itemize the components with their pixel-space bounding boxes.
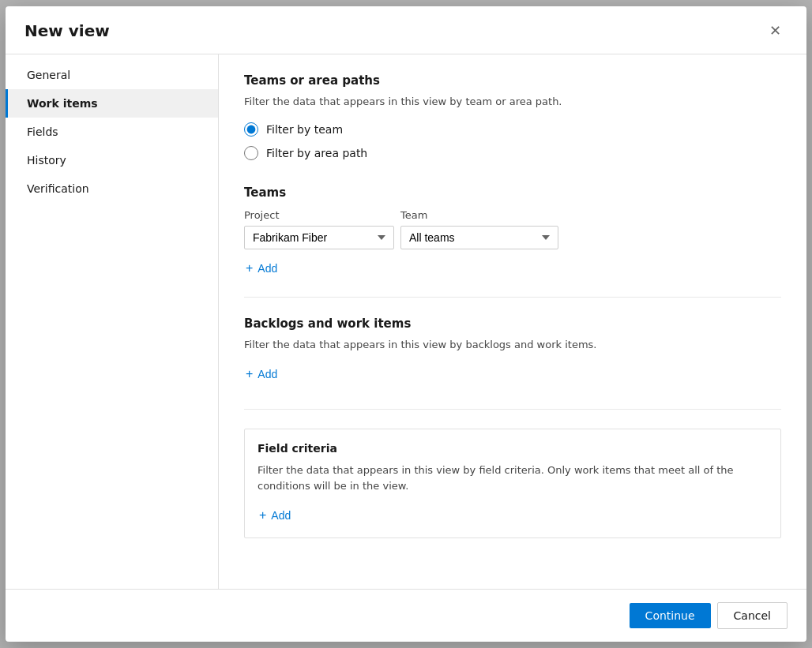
backlogs-add-button[interactable]: + Add [244,365,279,384]
field-criteria-add-button[interactable]: + Add [258,506,292,525]
teams-add-label: Add [258,262,277,275]
teams-area-section-desc: Filter the data that appears in this vie… [244,94,781,110]
teams-add-icon: + [246,262,253,275]
filter-by-team-label[interactable]: Filter by team [244,122,781,137]
project-col-label: Project [244,209,394,221]
teams-or-area-paths-section: Teams or area paths Filter the data that… [244,73,781,160]
close-button[interactable]: ✕ [763,19,788,43]
project-column: Project Fabrikam Fiber [244,209,394,249]
team-column: Team All teams [400,209,558,249]
teams-label: Teams [244,185,781,200]
filter-radio-group: Filter by team Filter by area path [244,122,781,160]
field-criteria-title: Field criteria [258,442,768,455]
backlogs-section: Backlogs and work items Filter the data … [244,317,781,384]
dialog-title: New view [24,21,110,40]
backlogs-section-title: Backlogs and work items [244,317,781,331]
teams-area-section-title: Teams or area paths [244,73,781,88]
dialog-header: New view ✕ [6,6,806,54]
dialog-body: General Work items Fields History Verifi… [6,54,806,589]
teams-add-button[interactable]: + Add [244,259,279,278]
field-criteria-add-label: Add [271,509,291,522]
dialog-footer: Continue Cancel [6,589,806,642]
sidebar-item-general[interactable]: General [6,61,218,89]
team-col-label: Team [400,209,558,221]
backlogs-section-desc: Filter the data that appears in this vie… [244,337,781,353]
teams-row: Project Fabrikam Fiber Team All teams [244,209,781,249]
filter-by-team-text: Filter by team [266,123,343,136]
field-criteria-desc: Filter the data that appears in this vie… [258,463,768,493]
backlogs-add-label: Add [258,368,277,380]
divider-2 [244,409,781,410]
field-criteria-box: Field criteria Filter the data that appe… [244,429,781,538]
sidebar: General Work items Fields History Verifi… [6,54,219,589]
sidebar-item-history[interactable]: History [6,146,218,174]
teams-section: Teams Project Fabrikam Fiber Team All te… [244,185,781,278]
project-dropdown[interactable]: Fabrikam Fiber [244,226,394,249]
filter-by-area-path-text: Filter by area path [266,147,367,159]
field-criteria-section: Field criteria Filter the data that appe… [244,429,781,538]
filter-by-area-path-radio[interactable] [244,146,258,160]
new-view-dialog: New view ✕ General Work items Fields His… [6,6,806,642]
filter-by-area-path-label[interactable]: Filter by area path [244,146,781,160]
team-dropdown[interactable]: All teams [400,226,558,249]
field-criteria-add-icon: + [259,509,266,522]
sidebar-item-verification[interactable]: Verification [6,174,218,203]
sidebar-item-work-items[interactable]: Work items [6,89,218,118]
content-area: Teams or area paths Filter the data that… [219,54,806,589]
cancel-button[interactable]: Cancel [717,602,788,629]
divider-1 [244,297,781,298]
filter-by-team-radio[interactable] [244,122,258,137]
backlogs-add-icon: + [246,368,253,380]
continue-button[interactable]: Continue [630,603,711,628]
sidebar-item-fields[interactable]: Fields [6,118,218,146]
